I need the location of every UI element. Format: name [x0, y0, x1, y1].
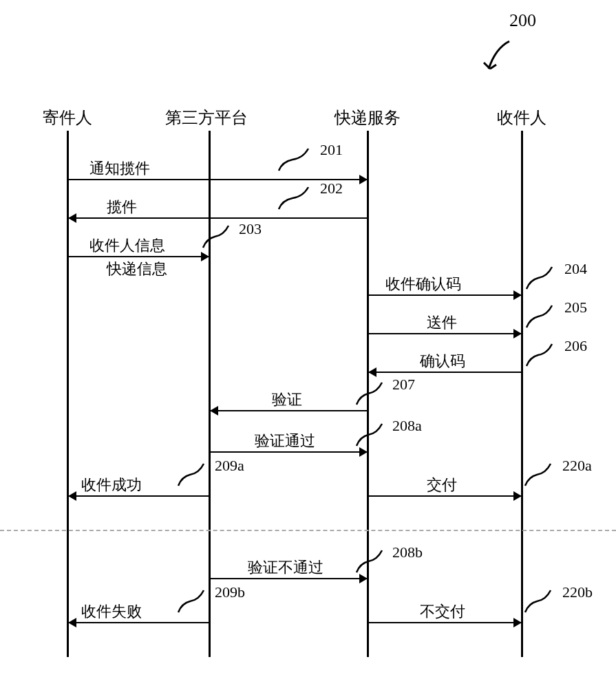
- figure-lead-curve: [475, 31, 523, 79]
- arrow-head-icon: [513, 491, 522, 501]
- ref-curve-209a: [175, 460, 213, 491]
- ref-curve-206: [523, 340, 561, 371]
- msg-204-arrow: [369, 294, 521, 296]
- msg-203-label: 收件人信息: [89, 235, 165, 256]
- arrow-head-icon: [201, 252, 209, 261]
- ref-curve-220a: [522, 460, 560, 491]
- ref-num-206: 206: [564, 337, 587, 355]
- ref-curve-220b: [522, 586, 560, 617]
- msg-209a-arrow: [69, 495, 209, 497]
- arrow-head-icon: [368, 367, 376, 377]
- arrow-head-icon: [359, 175, 368, 184]
- msg-207-arrow: [211, 410, 367, 411]
- lifeline-recipient: [521, 131, 523, 657]
- msg-203-label-2: 快递信息: [107, 259, 167, 279]
- participant-recipient: 收件人: [474, 107, 570, 129]
- msg-205-label: 送件: [427, 312, 457, 333]
- msg-208b-arrow: [211, 578, 367, 579]
- msg-201-label: 通知揽件: [89, 158, 150, 179]
- ref-curve-207: [353, 378, 391, 409]
- msg-207-label: 验证: [272, 389, 302, 410]
- ref-curve-203: [200, 222, 237, 252]
- ref-num-204: 204: [564, 260, 587, 278]
- msg-220b-arrow: [369, 622, 521, 623]
- arrow-head-icon: [68, 491, 76, 501]
- ref-curve-201: [275, 144, 317, 175]
- arrow-head-icon: [68, 618, 76, 627]
- participant-platform: 第三方平台: [158, 107, 255, 129]
- arrow-head-icon: [68, 213, 76, 223]
- ref-num-202: 202: [320, 180, 343, 197]
- lifeline-sender: [67, 131, 69, 657]
- ref-num-207: 207: [392, 376, 415, 394]
- ref-num-220b: 220b: [562, 583, 593, 601]
- msg-209a-label: 收件成功: [81, 475, 142, 495]
- ref-num-203: 203: [239, 220, 262, 238]
- msg-206-arrow: [369, 372, 521, 373]
- msg-203-arrow: [69, 256, 209, 257]
- ref-num-201: 201: [320, 141, 343, 159]
- ref-num-208a: 208a: [392, 417, 422, 435]
- participant-courier: 快递服务: [319, 107, 416, 129]
- ref-curve-202: [275, 183, 317, 214]
- msg-208a-arrow: [211, 451, 367, 453]
- ref-num-205: 205: [564, 299, 587, 316]
- ref-num-220a: 220a: [562, 457, 592, 475]
- alt-divider: [0, 530, 616, 531]
- msg-202-arrow: [69, 217, 367, 219]
- msg-202-label: 揽件: [107, 197, 137, 217]
- arrow-head-icon: [513, 290, 522, 300]
- ref-curve-208a: [353, 420, 391, 451]
- msg-206-label: 确认码: [420, 351, 465, 372]
- msg-220b-label: 不交付: [420, 601, 465, 622]
- ref-curve-204: [523, 263, 561, 294]
- msg-205-arrow: [369, 333, 521, 334]
- msg-220a-arrow: [369, 495, 521, 497]
- arrow-head-icon: [513, 618, 522, 627]
- sequence-diagram-canvas: 200 寄件人 第三方平台 快递服务 收件人 通知揽件 201 揽件 202 收…: [0, 0, 616, 688]
- ref-curve-205: [523, 301, 561, 332]
- msg-204-label: 收件确认码: [385, 274, 461, 294]
- msg-220a-label: 交付: [427, 475, 457, 495]
- ref-num-209a: 209a: [215, 457, 244, 475]
- msg-209b-arrow: [69, 622, 209, 623]
- arrow-head-icon: [210, 406, 218, 416]
- arrow-head-icon: [513, 329, 522, 338]
- ref-curve-208b: [353, 546, 391, 577]
- participant-sender: 寄件人: [19, 107, 116, 129]
- ref-num-208b: 208b: [392, 544, 423, 561]
- msg-208b-label: 验证不通过: [248, 557, 323, 578]
- msg-209b-label: 收件失败: [81, 601, 142, 622]
- ref-num-209b: 209b: [215, 583, 245, 601]
- ref-curve-209b: [175, 586, 213, 617]
- msg-208a-label: 验证通过: [255, 431, 315, 451]
- figure-number: 200: [509, 10, 536, 31]
